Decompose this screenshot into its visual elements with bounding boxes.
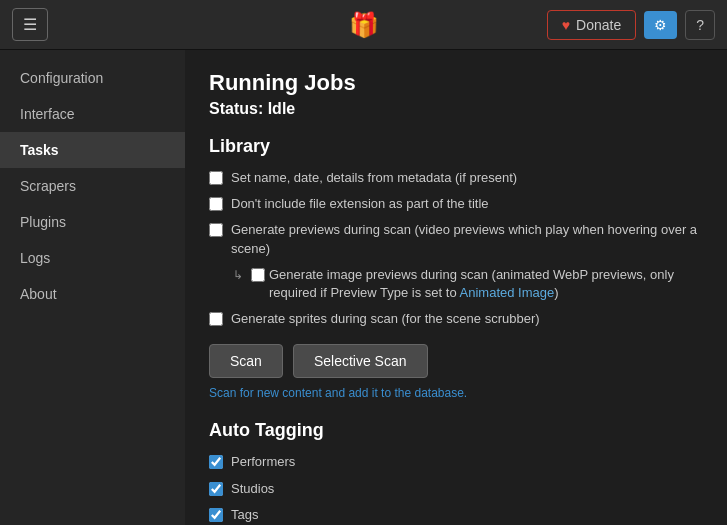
- sub-checkbox-row: ↳ Generate image previews during scan (a…: [233, 266, 703, 302]
- heart-icon: ♥: [562, 17, 570, 33]
- scan-button[interactable]: Scan: [209, 344, 283, 378]
- studios-checkbox[interactable]: [209, 482, 223, 496]
- settings-button[interactable]: ⚙: [644, 11, 677, 39]
- donate-label: Donate: [576, 17, 621, 33]
- tags-label: Tags: [231, 506, 258, 524]
- tags-checkbox-row: Tags: [209, 506, 703, 524]
- gear-icon: ⚙: [654, 17, 667, 33]
- help-button[interactable]: ?: [685, 10, 715, 40]
- header-right: ♥ Donate ⚙ ?: [547, 10, 715, 40]
- header: ☰ 🎁 ♥ Donate ⚙ ?: [0, 0, 727, 50]
- sidebar-item-label: Plugins: [20, 214, 66, 230]
- generate-previews-label: Generate previews during scan (video pre…: [231, 221, 703, 257]
- selective-scan-button[interactable]: Selective Scan: [293, 344, 428, 378]
- scan-buttons-row: Scan Selective Scan: [209, 344, 703, 378]
- library-section-title: Library: [209, 136, 703, 157]
- status-line: Status: Idle: [209, 100, 703, 118]
- page-title: Running Jobs: [209, 70, 703, 96]
- tags-checkbox[interactable]: [209, 508, 223, 522]
- header-left: ☰: [12, 8, 48, 41]
- performers-label: Performers: [231, 453, 295, 471]
- sidebar-item-logs[interactable]: Logs: [0, 240, 185, 276]
- sidebar-item-label: Configuration: [20, 70, 103, 86]
- donate-button[interactable]: ♥ Donate: [547, 10, 636, 40]
- image-previews-checkbox[interactable]: [251, 268, 265, 282]
- image-previews-label: Generate image previews during scan (ani…: [269, 266, 703, 302]
- metadata-label: Set name, date, details from metadata (i…: [231, 169, 517, 187]
- hamburger-icon: ☰: [23, 16, 37, 33]
- header-center: 🎁: [349, 11, 379, 39]
- sidebar-item-tasks[interactable]: Tasks: [0, 132, 185, 168]
- sub-arrow-icon: ↳: [233, 268, 243, 282]
- checkbox-row-1: Set name, date, details from metadata (i…: [209, 169, 703, 187]
- no-extension-label: Don't include file extension as part of …: [231, 195, 489, 213]
- scan-hint: Scan for new content and add it to the d…: [209, 386, 703, 400]
- sidebar-item-label: About: [20, 286, 57, 302]
- sprites-label: Generate sprites during scan (for the sc…: [231, 310, 540, 328]
- sidebar-item-configuration[interactable]: Configuration: [0, 60, 185, 96]
- hamburger-button[interactable]: ☰: [12, 8, 48, 41]
- metadata-checkbox[interactable]: [209, 171, 223, 185]
- content-area: Running Jobs Status: Idle Library Set na…: [185, 50, 727, 525]
- sidebar-item-label: Scrapers: [20, 178, 76, 194]
- checkbox-row-2: Don't include file extension as part of …: [209, 195, 703, 213]
- sprites-checkbox[interactable]: [209, 312, 223, 326]
- app-logo: 🎁: [349, 11, 379, 38]
- sidebar-item-label: Tasks: [20, 142, 59, 158]
- checkbox-row-5: Generate sprites during scan (for the sc…: [209, 310, 703, 328]
- studios-label: Studios: [231, 480, 274, 498]
- no-extension-checkbox[interactable]: [209, 197, 223, 211]
- sidebar-item-interface[interactable]: Interface: [0, 96, 185, 132]
- sidebar-item-label: Logs: [20, 250, 50, 266]
- auto-tagging-title: Auto Tagging: [209, 420, 703, 441]
- image-previews-text-after: ): [554, 285, 558, 300]
- sidebar-item-about[interactable]: About: [0, 276, 185, 312]
- main-layout: Configuration Interface Tasks Scrapers P…: [0, 50, 727, 525]
- performers-checkbox-row: Performers: [209, 453, 703, 471]
- sidebar-item-label: Interface: [20, 106, 74, 122]
- studios-checkbox-row: Studios: [209, 480, 703, 498]
- sidebar: Configuration Interface Tasks Scrapers P…: [0, 50, 185, 525]
- animated-image-link[interactable]: Animated Image: [460, 285, 555, 300]
- checkbox-row-3: Generate previews during scan (video pre…: [209, 221, 703, 257]
- performers-checkbox[interactable]: [209, 455, 223, 469]
- sidebar-item-scrapers[interactable]: Scrapers: [0, 168, 185, 204]
- question-icon: ?: [696, 17, 704, 33]
- sidebar-item-plugins[interactable]: Plugins: [0, 204, 185, 240]
- generate-previews-checkbox[interactable]: [209, 223, 223, 237]
